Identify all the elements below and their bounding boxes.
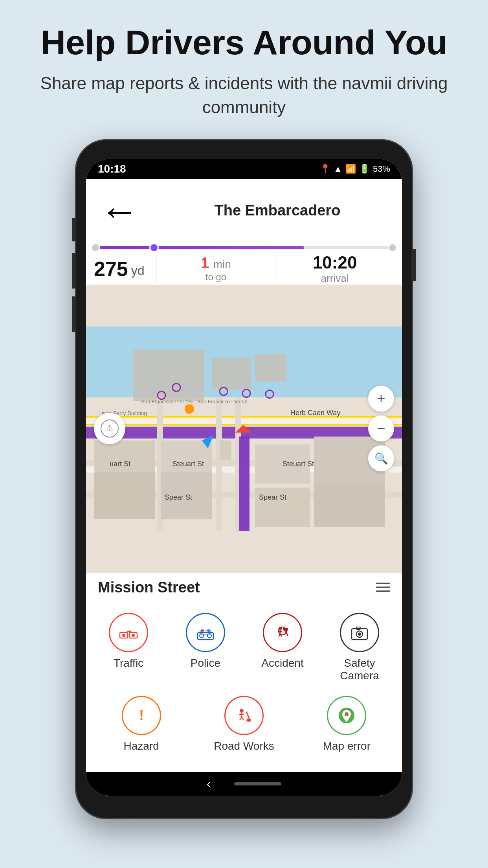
svg-point-46: [122, 634, 125, 637]
svg-rect-2: [133, 350, 204, 401]
map-area[interactable]: Herb Caen Way Steuart St Steuart St uart…: [86, 285, 402, 573]
svg-line-72: [240, 717, 242, 720]
sub-title: Share map reports & incidents with the n…: [31, 71, 457, 120]
safety-camera-label: Safety Camera: [323, 657, 396, 682]
svg-rect-14: [216, 397, 222, 531]
nav-distance: 275: [94, 257, 128, 281]
phone-screen: 10:18 📍 ▲ 📶 🔋 53% ← The Embarcadero: [86, 159, 402, 796]
report-button[interactable]: ⚠: [94, 413, 125, 444]
progress-dot-current: [149, 243, 159, 252]
bottom-street-name: Mission Street: [98, 579, 200, 596]
status-bar: 10:18 📍 ▲ 📶 🔋 53%: [86, 159, 402, 179]
svg-line-73: [242, 717, 244, 720]
safety-camera-report-item[interactable]: Safety Camera: [321, 609, 398, 686]
road-works-icon-circle: [224, 696, 264, 735]
police-icon: [194, 622, 216, 644]
map-controls: + − 🔍: [368, 386, 394, 471]
svg-point-75: [246, 719, 251, 722]
svg-rect-20: [220, 440, 231, 460]
road-works-icon: [233, 704, 255, 726]
hamburger-line-2: [376, 587, 390, 588]
svg-rect-6: [86, 416, 402, 417]
svg-point-40: [185, 404, 194, 414]
hazard-report-item[interactable]: ! Hazard: [90, 692, 193, 756]
report-icons-row1: Traffic Po: [86, 601, 402, 690]
svg-rect-55: [207, 629, 210, 632]
search-map-button[interactable]: 🔍: [368, 445, 394, 471]
bottom-panel: Mission Street: [86, 573, 402, 772]
location-icon: 📍: [320, 164, 330, 174]
turn-arrow-section: ←: [86, 179, 153, 242]
zoom-out-button[interactable]: −: [368, 416, 394, 441]
nav-arrival-time: 10:20: [313, 253, 357, 272]
svg-rect-26: [314, 484, 385, 527]
police-report-item[interactable]: Police: [167, 609, 244, 686]
traffic-report-item[interactable]: Traffic: [90, 609, 167, 686]
svg-text:Steuart St: Steuart St: [172, 460, 204, 467]
phone-wrapper: 10:18 📍 ▲ 📶 🔋 53% ← The Embarcadero: [75, 139, 413, 819]
svg-rect-54: [201, 629, 204, 632]
nav-header: ← The Embarcadero: [86, 179, 402, 242]
map-error-label: Map error: [323, 740, 371, 752]
nav-street-section: The Embarcadero: [153, 179, 402, 242]
svg-point-66: [358, 633, 361, 636]
home-bar[interactable]: [234, 782, 281, 785]
route-progress: [86, 242, 402, 253]
nav-time-to-go: 1 min: [201, 255, 231, 272]
accident-icon: [272, 622, 294, 644]
map-error-icon: [336, 704, 358, 726]
svg-text:uart St: uart St: [110, 460, 130, 467]
svg-text:Spear St: Spear St: [165, 493, 192, 501]
report-icons-row2: ! Hazard: [86, 690, 402, 764]
zoom-in-button[interactable]: +: [368, 386, 394, 412]
svg-point-47: [132, 634, 135, 637]
header-section: Help Drivers Around You Share map report…: [0, 0, 488, 135]
volume-down-button: [72, 296, 76, 332]
hamburger-menu-button[interactable]: [376, 583, 390, 592]
report-icon: ⚠: [100, 419, 119, 438]
svg-rect-4: [255, 354, 286, 381]
nav-arrival-section: 10:20 arrival: [275, 253, 394, 285]
svg-text:!: !: [139, 707, 144, 723]
main-title: Help Drivers Around You: [31, 24, 457, 62]
power-button: [411, 249, 416, 281]
svg-text:San Francisco Pier 1½ - San Fr: San Francisco Pier 1½ - San Francisco Pi…: [141, 398, 248, 404]
road-works-report-item[interactable]: Road Works: [193, 692, 295, 756]
turn-left-icon: ←: [100, 191, 139, 230]
police-label: Police: [191, 657, 220, 669]
road-works-label: Road Works: [214, 740, 274, 752]
hazard-icon: !: [130, 704, 152, 726]
hazard-label: Hazard: [124, 740, 159, 752]
status-time: 10:18: [98, 163, 126, 175]
svg-text:⚠: ⚠: [106, 423, 113, 432]
svg-point-57: [279, 627, 282, 630]
hamburger-line-1: [376, 583, 390, 584]
mute-button: [72, 218, 76, 241]
map-error-icon-circle: [327, 696, 366, 735]
nav-unit: yd: [131, 263, 145, 278]
wifi-icon: ▲: [334, 164, 342, 174]
traffic-icon-circle: [109, 613, 148, 652]
back-button[interactable]: ‹: [207, 776, 211, 791]
traffic-icon: [117, 622, 139, 644]
svg-rect-16: [239, 436, 250, 531]
status-icons: 📍 ▲ 📶 🔋 53%: [320, 164, 390, 174]
home-indicator: ‹: [86, 772, 402, 796]
svg-text:Steuart St: Steuart St: [283, 460, 314, 467]
accident-report-item[interactable]: Accident: [244, 609, 321, 686]
traffic-label: Traffic: [114, 657, 143, 669]
battery-percent: 53%: [373, 164, 390, 174]
map-svg: Herb Caen Way Steuart St Steuart St uart…: [86, 285, 402, 573]
map-error-report-item[interactable]: Map error: [295, 692, 398, 756]
police-icon-circle: [186, 613, 225, 652]
camera-notch: [220, 145, 268, 154]
progress-dot-start: [91, 243, 100, 252]
accident-label: Accident: [261, 657, 303, 669]
nav-arrival-label: arrival: [321, 272, 349, 285]
safety-camera-icon-circle: [340, 613, 379, 652]
svg-text:Herb Caen Way: Herb Caen Way: [290, 408, 340, 416]
svg-rect-23: [94, 472, 155, 519]
hamburger-line-3: [376, 590, 390, 592]
volume-up-button: [72, 253, 76, 289]
safety-camera-icon: [349, 622, 371, 644]
